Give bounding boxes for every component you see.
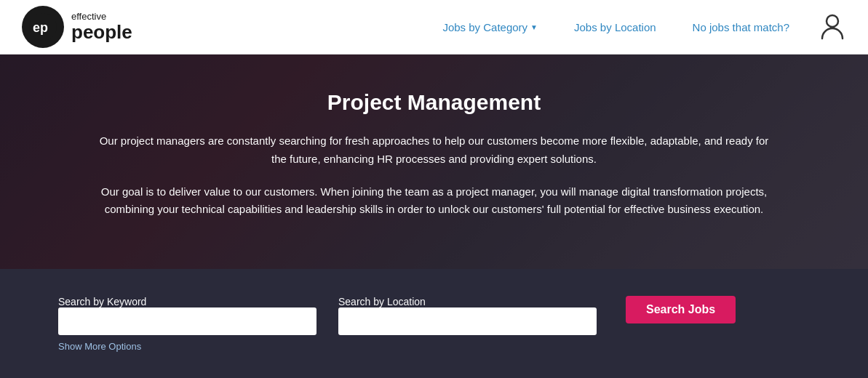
chevron-down-icon: ▼ [530, 23, 538, 31]
user-account-button[interactable] [819, 13, 846, 41]
nav-jobs-category[interactable]: Jobs by Category ▼ [442, 21, 538, 33]
search-location-input[interactable] [338, 307, 597, 335]
person-icon [821, 14, 844, 40]
hero-content: Project Management Our project managers … [71, 90, 798, 233]
search-jobs-button[interactable]: Search Jobs [626, 296, 736, 323]
show-more-options-label: Show More Options [58, 341, 141, 352]
search-columns: Search by Keyword Search by Location Sea… [58, 296, 736, 335]
nav-jobs-location[interactable]: Jobs by Location [574, 21, 656, 33]
show-more-options-link[interactable]: Show More Options [58, 341, 736, 352]
hero-title: Project Management [100, 90, 769, 115]
nav-no-jobs-label: No jobs that match? [693, 21, 789, 33]
logo[interactable]: ep effective people [22, 6, 132, 48]
hero-section: Project Management Our project managers … [0, 55, 868, 269]
logo-text: effective people [71, 12, 132, 43]
hero-para1: Our project managers are constantly sear… [100, 132, 769, 169]
location-col: Search by Location [338, 296, 597, 335]
nav-no-jobs[interactable]: No jobs that match? [693, 21, 789, 33]
main-nav: Jobs by Category ▼ Jobs by Location No j… [442, 21, 789, 33]
logo-people: people [71, 22, 132, 43]
keyword-col: Search by Keyword [58, 296, 316, 335]
search-button-wrap: Search Jobs [626, 296, 736, 325]
keyword-label: Search by Keyword [58, 296, 316, 307]
location-label: Search by Location [338, 296, 597, 307]
search-keyword-input[interactable] [58, 307, 316, 335]
search-form-wrap: Search by Keyword Search by Location Sea… [58, 296, 736, 352]
logo-circle: ep [22, 6, 64, 48]
svg-point-2 [827, 15, 838, 27]
svg-text:ep: ep [33, 20, 48, 35]
header: ep effective people Jobs by Category ▼ J… [0, 0, 868, 55]
search-section: Search by Keyword Search by Location Sea… [0, 269, 868, 378]
nav-jobs-location-label: Jobs by Location [574, 21, 656, 33]
hero-para2: Our goal is to deliver value to our cust… [100, 183, 769, 220]
nav-jobs-category-label: Jobs by Category [442, 21, 527, 33]
logo-effective: effective [71, 12, 132, 22]
